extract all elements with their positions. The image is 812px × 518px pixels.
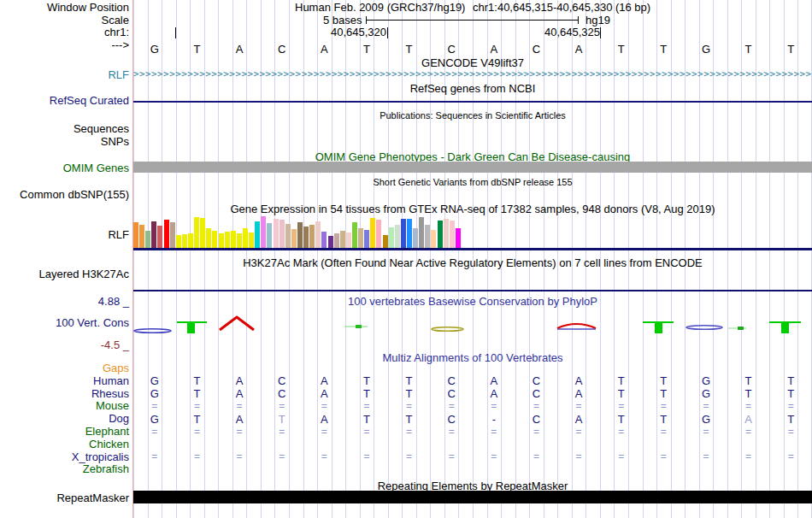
generated-content-layer [0, 0, 812, 518]
ucsc-genome-browser-image: Window Position Human Feb. 2009 (GRCh37/… [0, 0, 812, 518]
